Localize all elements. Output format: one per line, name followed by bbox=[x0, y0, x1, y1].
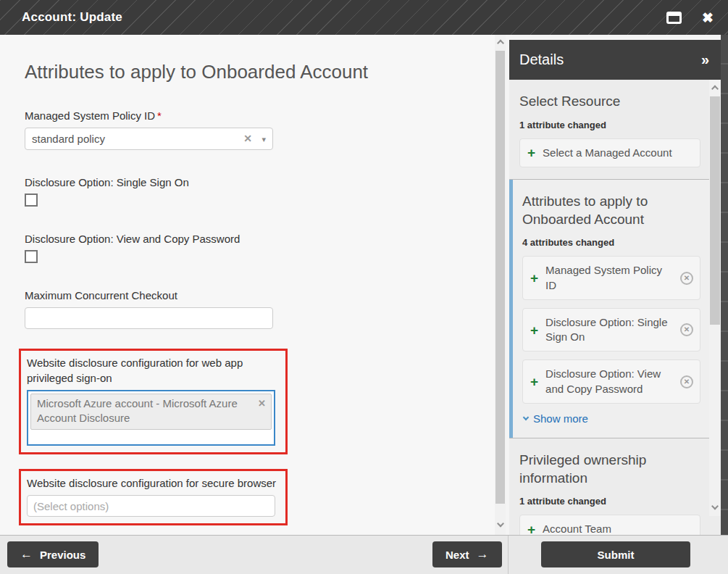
view-copy-label: Disclosure Option: View and Copy Passwor… bbox=[25, 231, 495, 246]
maximize-icon[interactable] bbox=[666, 12, 682, 24]
footer-bar: ← Previous Next → Submit bbox=[0, 535, 728, 574]
background-page-edge bbox=[721, 35, 728, 535]
footer-divider bbox=[508, 536, 509, 574]
dialog-titlebar: Account: Update ✖ bbox=[0, 0, 728, 35]
selected-option-chip: Microsoft Azure account - Microsoft Azur… bbox=[30, 394, 272, 430]
submit-button[interactable]: Submit bbox=[541, 541, 690, 567]
dialog-title: Account: Update bbox=[22, 10, 122, 25]
previous-button-label: Previous bbox=[40, 549, 85, 561]
attribute-card-label: Account Team bbox=[543, 522, 611, 535]
sso-label: Disclosure Option: Single Sign On bbox=[25, 175, 495, 190]
section-heading: Privileged ownership information bbox=[519, 452, 700, 487]
plus-icon: + bbox=[527, 523, 535, 535]
details-panel: Details » Select Resource 1 attribute ch… bbox=[509, 40, 721, 535]
attribute-card-label: Managed System Policy ID bbox=[545, 263, 675, 293]
submit-button-label: Submit bbox=[598, 549, 635, 561]
policy-label: Managed System Policy ID* bbox=[25, 108, 495, 123]
details-header: Details » bbox=[509, 40, 721, 80]
next-button[interactable]: Next → bbox=[432, 541, 502, 567]
remove-attribute-icon[interactable]: ✕ bbox=[680, 375, 693, 388]
remove-attribute-icon[interactable]: ✕ bbox=[680, 323, 693, 336]
details-body: Select Resource 1 attribute changed + Se… bbox=[509, 80, 709, 535]
web-app-highlight-box: Website disclosure configuration for web… bbox=[19, 349, 288, 454]
details-scrollbar[interactable] bbox=[709, 80, 721, 516]
details-title: Details bbox=[519, 51, 564, 68]
secure-browser-input[interactable] bbox=[27, 495, 275, 517]
scroll-up-icon[interactable] bbox=[497, 40, 504, 47]
details-section-attributes: Attributes to apply to Onboarded Account… bbox=[509, 180, 709, 438]
plus-icon: + bbox=[530, 375, 538, 388]
plus-icon: + bbox=[530, 272, 538, 284]
scroll-up-icon[interactable] bbox=[711, 86, 719, 93]
arrow-left-icon: ← bbox=[20, 547, 33, 562]
page-title: Attributes to apply to Onboarded Account bbox=[25, 61, 495, 83]
section-heading: Select Resource bbox=[519, 93, 700, 111]
account-update-dialog: Account: Update ✖ Attributes to apply to… bbox=[0, 0, 728, 574]
next-button-label: Next bbox=[445, 549, 469, 561]
attributes-changed-count: 1 attribute changed bbox=[519, 120, 700, 130]
policy-combobox[interactable]: standard policy ✕ ▾ bbox=[25, 128, 273, 150]
attribute-card-policy-id[interactable]: + Managed System Policy ID ✕ bbox=[522, 256, 700, 300]
chevron-down-icon bbox=[523, 415, 529, 420]
form-pane: Attributes to apply to Onboarded Account… bbox=[0, 35, 495, 535]
plus-icon: + bbox=[530, 324, 538, 336]
secure-browser-highlight-box: Website disclosure configuration for sec… bbox=[19, 469, 288, 525]
details-section-privileged-ownership: Privileged ownership information 1 attri… bbox=[509, 438, 709, 535]
arrow-right-icon: → bbox=[477, 547, 489, 562]
attribute-card-view-copy[interactable]: + Disclosure Option: View and Copy Passw… bbox=[522, 359, 700, 404]
show-more-label: Show more bbox=[533, 412, 588, 425]
chip-label: Microsoft Azure account - Microsoft Azur… bbox=[37, 397, 238, 424]
scroll-down-icon[interactable] bbox=[711, 503, 719, 510]
scrollbar-thumb[interactable] bbox=[710, 96, 720, 325]
web-app-multiselect[interactable]: Microsoft Azure account - Microsoft Azur… bbox=[27, 390, 275, 446]
web-app-label: Website disclosure configuration for web… bbox=[27, 355, 280, 386]
scrollbar-thumb[interactable] bbox=[495, 51, 505, 504]
attribute-card-label: Disclosure Option: View and Copy Passwor… bbox=[545, 367, 675, 396]
window-controls: ✖ bbox=[666, 11, 714, 25]
plus-icon: + bbox=[527, 146, 535, 159]
required-asterisk: * bbox=[157, 109, 162, 122]
max-checkout-label: Maximum Concurrent Checkout bbox=[25, 288, 495, 303]
chip-remove-icon[interactable]: ✕ bbox=[258, 397, 266, 410]
section-heading: Attributes to apply to Onboarded Account bbox=[522, 193, 700, 228]
details-section-select-resource: Select Resource 1 attribute changed + Se… bbox=[509, 80, 709, 179]
show-more-link[interactable]: Show more bbox=[524, 412, 700, 425]
policy-selected-value: standard policy bbox=[32, 133, 105, 145]
form-scrollbar[interactable] bbox=[495, 35, 506, 535]
attributes-changed-count: 4 attributes changed bbox=[522, 237, 700, 248]
policy-label-text: Managed System Policy ID bbox=[25, 109, 155, 122]
attribute-card-label: Disclosure Option: Single Sign On bbox=[545, 315, 675, 345]
attributes-changed-count: 1 attribute changed bbox=[519, 496, 700, 507]
attribute-card-label: Select a Managed Account bbox=[543, 146, 671, 160]
attribute-card-sso[interactable]: + Disclosure Option: Single Sign On ✕ bbox=[522, 308, 700, 352]
previous-button[interactable]: ← Previous bbox=[7, 541, 99, 567]
remove-attribute-icon[interactable]: ✕ bbox=[680, 272, 693, 285]
chevron-down-icon[interactable]: ▾ bbox=[262, 135, 266, 144]
view-copy-checkbox[interactable] bbox=[25, 250, 38, 263]
secure-browser-label: Website disclosure configuration for sec… bbox=[27, 475, 280, 491]
close-icon[interactable]: ✖ bbox=[702, 11, 714, 25]
collapse-panel-icon[interactable]: » bbox=[701, 51, 709, 68]
max-checkout-input[interactable] bbox=[25, 307, 273, 329]
attribute-card-account-team[interactable]: + Account Team bbox=[519, 515, 700, 535]
scroll-down-icon[interactable] bbox=[497, 520, 504, 528]
clear-selection-icon[interactable]: ✕ bbox=[243, 133, 252, 144]
sso-checkbox[interactable] bbox=[25, 194, 38, 207]
attribute-card-select-managed-account[interactable]: + Select a Managed Account bbox=[519, 138, 700, 167]
